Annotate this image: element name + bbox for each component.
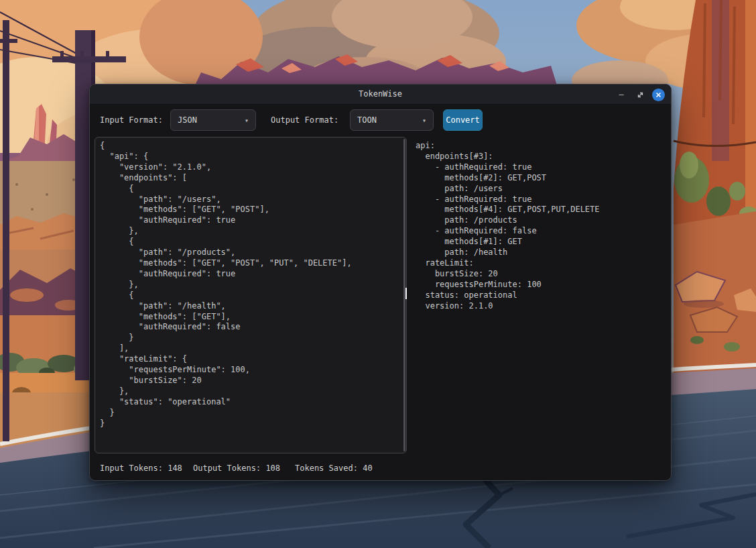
app-window: TokenWise – Input Format: [89,84,672,481]
window-title: TokenWise [90,89,671,99]
input-format-select[interactable]: JSON ▾ [170,109,256,131]
json-input-text: { "api": { "version": "2.1.0", "endpoint… [95,138,406,434]
window-controls: – [615,85,665,105]
convert-button[interactable]: Convert [443,109,483,131]
output-format-label: Output Format: [271,115,338,125]
output-format-value: TOON [357,115,377,125]
tokens-saved-stat: Tokens Saved: 40 [295,463,373,473]
chevron-down-icon: ▾ [245,117,249,124]
minimize-icon: – [619,90,623,99]
titlebar[interactable]: TokenWise – [90,85,671,105]
desktop: TokenWise – Input Format: [0,0,756,548]
maximize-icon [637,91,644,99]
text-caret [405,288,407,299]
close-icon [655,92,662,98]
chevron-down-icon: ▾ [422,117,426,124]
input-format-label: Input Format: [100,115,163,125]
output-tokens-stat: Output Tokens: 108 [193,463,280,473]
close-button[interactable] [652,89,665,101]
input-format-value: JSON [178,115,197,125]
json-input-editor[interactable]: { "api": { "version": "2.1.0", "endpoint… [94,137,407,453]
input-tokens-stat: Input Tokens: 148 [100,463,182,473]
maximize-button[interactable] [633,88,647,101]
toon-output-panel: api: endpoints[#3]: - authRequired: true… [412,137,669,453]
minimize-button[interactable]: – [615,88,628,101]
toon-output-text: api: endpoints[#3]: - authRequired: true… [412,137,669,312]
output-format-select[interactable]: TOON ▾ [350,109,434,131]
